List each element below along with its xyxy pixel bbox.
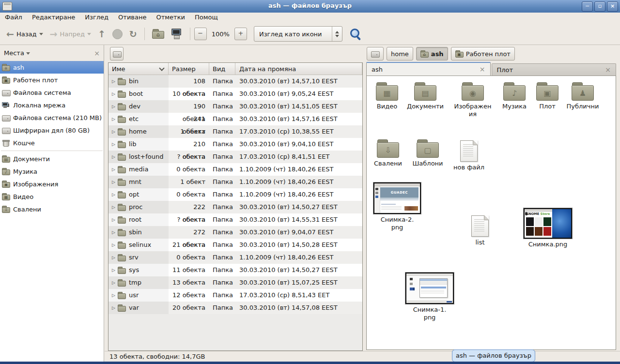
- table-row[interactable]: ▷opt0 обектаПапка1.10.2009 (чт) 18,40,26…: [108, 188, 362, 201]
- back-button[interactable]: ← Назад: [3, 26, 46, 42]
- tab-close-icon[interactable]: ×: [480, 65, 485, 73]
- file-item[interactable]: ▢Шаблони: [407, 139, 448, 167]
- expander-icon[interactable]: ▷: [112, 213, 115, 226]
- sidebar-item[interactable]: ▣Работен плот: [0, 74, 104, 86]
- sidebar-item[interactable]: ⌂ash: [0, 61, 104, 74]
- zoom-in-button[interactable]: +: [234, 28, 247, 40]
- expander-icon[interactable]: ▷: [112, 201, 115, 213]
- minimize-button[interactable]: ─: [582, 1, 593, 12]
- forward-dropdown-icon[interactable]: [87, 33, 91, 37]
- sidebar-item[interactable]: ⇩Свалени: [0, 203, 104, 215]
- table-row[interactable]: ▷usr12 обектаПапка17.03.2010 (ср) 8,51,4…: [108, 289, 362, 302]
- table-row[interactable]: ▷proc222 обектаПапка30.03.2010 (вт) 14,5…: [108, 201, 362, 213]
- table-row[interactable]: ▷mnt1 обектПапка1.10.2009 (чт) 18,40,26 …: [108, 176, 362, 188]
- file-item[interactable]: ◉Изображения: [452, 82, 493, 118]
- sidebar-item[interactable]: Локална мрежа: [0, 99, 104, 111]
- expander-icon[interactable]: ▷: [112, 125, 115, 138]
- table-row[interactable]: ▷tmp13 обектаПапка30.03.2010 (вт) 15,07,…: [108, 276, 362, 289]
- file-item[interactable]: ⇩Свалени: [368, 139, 408, 167]
- expander-icon[interactable]: ▷: [112, 226, 115, 239]
- table-row[interactable]: ▷root? обектаПапка30.03.2010 (вт) 14,55,…: [108, 213, 362, 226]
- expander-icon[interactable]: ▷: [112, 176, 115, 188]
- file-item[interactable]: list: [460, 215, 500, 246]
- table-row[interactable]: ▷boot10 обектаПапка30.03.2010 (вт) 9,05,…: [108, 88, 362, 100]
- home-button[interactable]: ⌂: [149, 26, 168, 42]
- table-row[interactable]: ▷etc241 обектаПапка30.03.2010 (вт) 14,57…: [108, 113, 362, 125]
- maximize-button[interactable]: ▫: [594, 1, 605, 12]
- expander-icon[interactable]: ▷: [112, 302, 115, 314]
- sidebar-item[interactable]: ▦Видео: [0, 190, 104, 203]
- sidebar-item[interactable]: ♪Музика: [0, 165, 104, 178]
- breadcrumb-button[interactable]: [367, 47, 384, 61]
- table-row[interactable]: ▷lost+found? обектаПапка17.03.2010 (ср) …: [108, 151, 362, 163]
- file-item[interactable]: GUADECСнимка-2.png: [373, 182, 421, 231]
- menu-item-2[interactable]: Изглед: [80, 13, 113, 23]
- chevron-down-icon[interactable]: [26, 52, 30, 57]
- up-button[interactable]: ↑: [94, 26, 109, 42]
- table-row[interactable]: ▷srv0 обектаПапка1.10.2009 (чт) 18,40,26…: [108, 251, 362, 264]
- sidebar-item[interactable]: Файлова система: [0, 86, 104, 99]
- file-item[interactable]: GNOME StoreСнимка.png: [524, 208, 572, 248]
- table-row[interactable]: ▷home1 обектПапка17.03.2010 (ср) 10,38,5…: [108, 125, 362, 138]
- sidebar-item[interactable]: Шифриран дял (80 GB): [0, 124, 104, 136]
- icon-view[interactable]: ▦Видео▤Документи◉Изображения♪Музика▣Плот…: [366, 76, 616, 350]
- expander-icon[interactable]: ▷: [112, 276, 115, 289]
- zoom-out-button[interactable]: −: [194, 28, 207, 40]
- column-header-name[interactable]: Име: [108, 63, 169, 75]
- sidebar-title[interactable]: Места: [4, 49, 24, 57]
- expander-icon[interactable]: ▷: [112, 151, 115, 163]
- computer-button[interactable]: [168, 26, 186, 42]
- expander-icon[interactable]: ▷: [112, 113, 115, 125]
- menu-item-1[interactable]: Редактиране: [27, 13, 80, 23]
- file-item[interactable]: ▤Документи: [405, 82, 446, 110]
- pane-splitter[interactable]: [104, 45, 108, 362]
- stop-button[interactable]: [109, 26, 126, 42]
- view-mode-select[interactable]: Изглед като икони: [254, 26, 342, 42]
- close-button[interactable]: ×: [607, 1, 618, 12]
- table-row[interactable]: ▷bin108 обектаПапка30.03.2010 (вт) 14,57…: [108, 75, 362, 88]
- spinner-icon[interactable]: [332, 27, 342, 41]
- tab-close-icon[interactable]: ×: [605, 66, 611, 74]
- back-dropdown-icon[interactable]: [39, 33, 43, 37]
- sidebar-close-icon[interactable]: ×: [94, 50, 100, 57]
- file-item[interactable]: Снимка-1.png: [405, 273, 454, 321]
- file-item[interactable]: ▦Видео: [367, 82, 407, 110]
- expander-icon[interactable]: ▷: [112, 100, 115, 113]
- column-header-size[interactable]: Размер: [169, 63, 209, 75]
- menu-item-4[interactable]: Отметки: [151, 13, 189, 23]
- menu-item-5[interactable]: Помощ: [190, 13, 223, 23]
- breadcrumb-button-ash[interactable]: ⌂ash: [416, 47, 448, 61]
- taskbar-window-button[interactable]: ash — файлов браузър: [452, 349, 535, 362]
- tab-Плот[interactable]: Плот×: [492, 63, 617, 76]
- table-row[interactable]: ▷selinux21 обектаПапка30.03.2010 (вт) 14…: [108, 239, 362, 251]
- column-header-type[interactable]: Вид: [209, 63, 235, 75]
- table-row[interactable]: ▷sys11 обектаПапка30.03.2010 (вт) 14,50,…: [108, 264, 362, 276]
- table-row[interactable]: ▷var20 обектаПапка30.03.2010 (вт) 14,57,…: [108, 302, 362, 314]
- root-location-button[interactable]: [110, 47, 124, 61]
- breadcrumb-button-Работен плот[interactable]: ▣Работен плот: [451, 47, 515, 61]
- expander-icon[interactable]: ▷: [112, 88, 115, 100]
- column-header-date[interactable]: Дата на промяна: [235, 63, 362, 75]
- file-item[interactable]: ▣Плот: [527, 82, 568, 110]
- file-item[interactable]: нов файл: [449, 140, 489, 171]
- sidebar-item[interactable]: Кошче: [0, 136, 104, 149]
- sidebar-item[interactable]: Файлова система (210 MB): [0, 111, 104, 124]
- table-row[interactable]: ▷sbin272 обектаПапка30.03.2010 (вт) 9,04…: [108, 226, 362, 239]
- expander-icon[interactable]: ▷: [112, 75, 115, 88]
- expander-icon[interactable]: ▷: [112, 138, 115, 151]
- table-row[interactable]: ▷lib210 обектаПапка30.03.2010 (вт) 9,04,…: [108, 138, 362, 151]
- file-item[interactable]: ♟Публични: [562, 82, 603, 110]
- expander-icon[interactable]: ▷: [112, 239, 115, 251]
- reload-button[interactable]: ↻: [126, 26, 140, 42]
- expander-icon[interactable]: ▷: [112, 264, 115, 276]
- tab-ash[interactable]: ash×: [366, 62, 491, 76]
- search-button[interactable]: [349, 28, 362, 40]
- forward-button[interactable]: → Напред: [46, 26, 94, 42]
- menu-item-3[interactable]: Отиване: [113, 13, 151, 23]
- expander-icon[interactable]: ▷: [112, 188, 115, 201]
- sidebar-item[interactable]: ◉Изображения: [0, 178, 104, 190]
- expander-icon[interactable]: ▷: [112, 251, 115, 264]
- sidebar-item[interactable]: ▤Документи: [0, 152, 104, 165]
- expander-icon[interactable]: ▷: [112, 163, 115, 176]
- menu-item-0[interactable]: Файл: [0, 13, 27, 23]
